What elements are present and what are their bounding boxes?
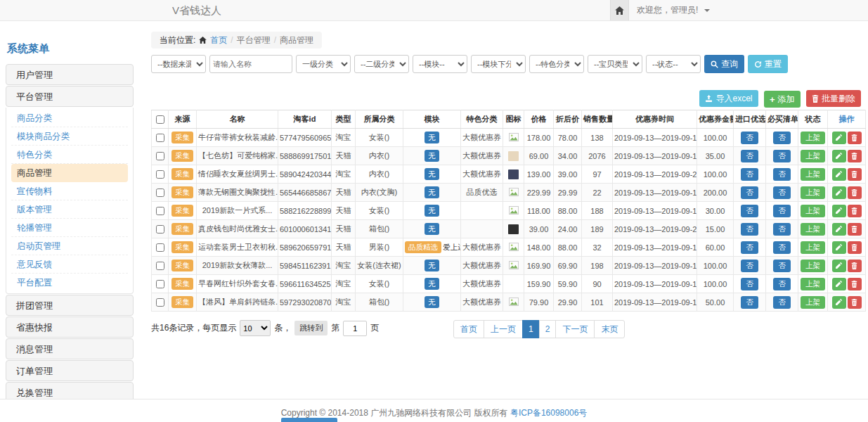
sidebar-item-version-management[interactable]: 版本管理 [11, 200, 128, 219]
user-menu[interactable]: 欢迎您，管理员! [637, 0, 710, 20]
row-checkbox[interactable] [156, 225, 164, 234]
must-buy-toggle[interactable]: 否 [773, 241, 791, 254]
delete-button[interactable] [848, 278, 862, 290]
sidebar-item-carousel-management[interactable]: 轮播管理 [11, 219, 128, 237]
status-button[interactable]: 上架 [801, 150, 825, 162]
delete-button[interactable] [848, 296, 862, 309]
sidebar-section-message-management[interactable]: 消息管理 [6, 338, 134, 359]
row-checkbox[interactable] [156, 298, 164, 307]
import-excel-button[interactable]: 导入excel [699, 90, 758, 107]
row-checkbox[interactable] [156, 243, 164, 252]
delete-button[interactable] [848, 186, 862, 199]
sidebar-item-feedback[interactable]: 意见反馈 [11, 255, 128, 274]
must-buy-toggle[interactable]: 否 [773, 296, 791, 309]
delete-button[interactable] [848, 132, 862, 144]
status-button[interactable]: 上架 [801, 278, 825, 290]
import-select-toggle[interactable]: 否 [741, 168, 758, 181]
import-select-toggle[interactable]: 否 [741, 150, 758, 162]
breadcrumb-home-link[interactable]: 首页 [210, 34, 227, 46]
sidebar-item-featured-category[interactable]: 特色分类 [11, 146, 128, 164]
delete-button[interactable] [848, 205, 862, 217]
filter-status-select[interactable]: --状态-- [646, 55, 701, 73]
filter-item-type-select[interactable]: --宝贝类型-- [588, 55, 642, 73]
page-next-button[interactable]: 下一页 [555, 320, 595, 338]
import-select-toggle[interactable]: 否 [741, 132, 758, 144]
edit-button[interactable] [832, 241, 846, 254]
delete-button[interactable] [848, 241, 862, 254]
filter-data-source-select[interactable]: --数据来源-- [151, 55, 206, 73]
jump-button[interactable]: 跳转到 [294, 321, 328, 335]
delete-button[interactable] [848, 168, 862, 181]
filter-level1-category-select[interactable]: 一级分类 [296, 55, 351, 73]
edit-button[interactable] [832, 205, 846, 217]
sidebar-item-splash-page-management[interactable]: 启动页管理 [11, 237, 128, 255]
row-checkbox[interactable] [156, 262, 164, 270]
row-checkbox[interactable] [156, 134, 164, 142]
icp-link[interactable]: 粤ICP备16098006号 [510, 408, 587, 418]
must-buy-toggle[interactable]: 否 [773, 150, 791, 162]
edit-button[interactable] [832, 278, 846, 290]
import-select-toggle[interactable]: 否 [741, 260, 758, 272]
import-select-toggle[interactable]: 否 [741, 205, 758, 217]
import-select-toggle[interactable]: 否 [741, 223, 758, 236]
edit-button[interactable] [832, 296, 846, 309]
select-all-checkbox[interactable] [156, 115, 164, 124]
sidebar-item-promo-materials[interactable]: 宣传物料 [11, 182, 128, 200]
sidebar-section-user-management[interactable]: 用户管理 [6, 64, 134, 85]
home-icon[interactable] [610, 0, 629, 20]
sidebar-section-group-buy-management[interactable]: 拼团管理 [6, 295, 134, 316]
sidebar-item-platform-config[interactable]: 平台配置 [11, 274, 128, 292]
filter-name-input[interactable] [209, 55, 292, 73]
sidebar-item-goods-management[interactable]: 商品管理 [11, 164, 128, 182]
edit-button[interactable] [832, 150, 846, 162]
status-button[interactable]: 上架 [801, 205, 825, 217]
filter-module-select[interactable]: --模块-- [413, 55, 467, 73]
must-buy-toggle[interactable]: 否 [773, 168, 791, 181]
reset-button[interactable]: 重置 [748, 55, 788, 73]
page-size-select[interactable]: 10 [240, 320, 271, 336]
filter-module-subcategory-select[interactable]: --模块下分类-- [471, 55, 526, 73]
edit-button[interactable] [832, 186, 846, 199]
delete-button[interactable] [848, 260, 862, 272]
row-checkbox[interactable] [156, 188, 164, 197]
page-number-input[interactable] [343, 321, 367, 336]
import-select-toggle[interactable]: 否 [741, 278, 758, 290]
status-button[interactable]: 上架 [801, 223, 825, 236]
status-button[interactable]: 上架 [801, 296, 825, 309]
import-select-toggle[interactable]: 否 [741, 296, 758, 309]
status-button[interactable]: 上架 [801, 132, 825, 144]
delete-button[interactable] [848, 223, 862, 236]
status-button[interactable]: 上架 [801, 241, 825, 254]
row-checkbox[interactable] [156, 152, 164, 160]
must-buy-toggle[interactable]: 否 [773, 186, 791, 199]
row-checkbox[interactable] [156, 170, 164, 179]
status-button[interactable]: 上架 [801, 168, 825, 181]
import-select-toggle[interactable]: 否 [741, 186, 758, 199]
search-button[interactable]: 查询 [704, 55, 744, 73]
edit-button[interactable] [832, 260, 846, 272]
sidebar-section-order-management[interactable]: 订单管理 [6, 360, 134, 381]
filter-level2-category-select[interactable]: --二级分类-- [354, 55, 409, 73]
must-buy-toggle[interactable]: 否 [773, 132, 791, 144]
must-buy-toggle[interactable]: 否 [773, 205, 791, 217]
sidebar-item-module-goods-category[interactable]: 模块商品分类 [11, 127, 128, 146]
page-2-button[interactable]: 2 [539, 320, 557, 338]
sidebar-section-saving-express[interactable]: 省惠快报 [6, 316, 134, 338]
batch-delete-button[interactable]: 批量删除 [806, 90, 861, 107]
status-button[interactable]: 上架 [801, 186, 825, 199]
edit-button[interactable] [832, 132, 846, 144]
add-button[interactable]: + 添加 [764, 91, 801, 108]
sidebar-item-goods-category[interactable]: 商品分类 [11, 109, 128, 127]
must-buy-toggle[interactable]: 否 [773, 278, 791, 290]
row-checkbox[interactable] [156, 207, 164, 215]
row-checkbox[interactable] [156, 280, 164, 288]
edit-button[interactable] [832, 168, 846, 181]
page-1-button[interactable]: 1 [522, 320, 540, 338]
must-buy-toggle[interactable]: 否 [773, 260, 791, 272]
sidebar-section-platform-management[interactable]: 平台管理 [6, 86, 134, 107]
import-select-toggle[interactable]: 否 [741, 241, 758, 254]
edit-button[interactable] [832, 223, 846, 236]
status-button[interactable]: 上架 [801, 260, 825, 272]
page-last-button[interactable]: 末页 [594, 320, 625, 338]
page-prev-button[interactable]: 上一页 [484, 320, 523, 338]
